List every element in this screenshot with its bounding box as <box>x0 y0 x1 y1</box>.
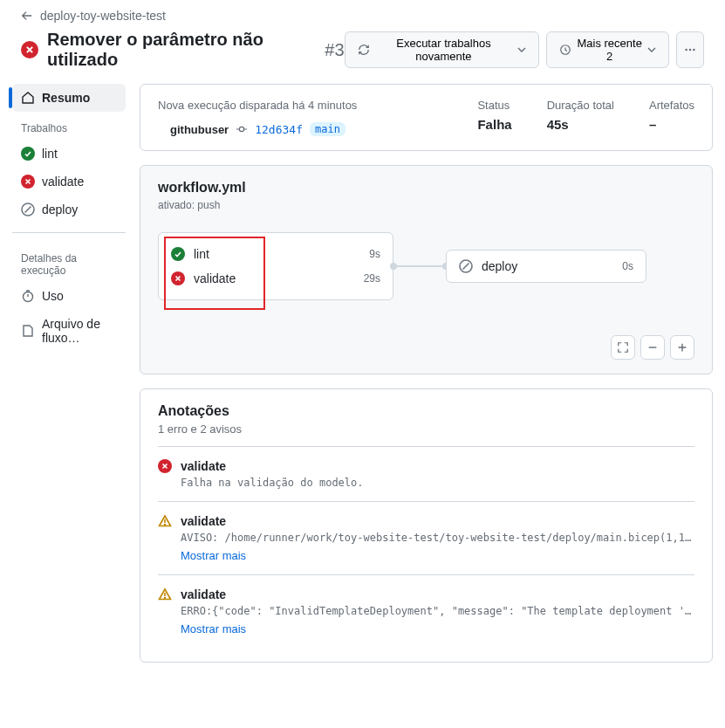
annotation-item: validate ERRO:{"code": "InvalidTemplateD… <box>158 574 694 648</box>
skip-icon <box>459 259 473 273</box>
sidebar-job-validate[interactable]: validate <box>12 168 126 196</box>
history-icon <box>559 44 571 56</box>
back-link[interactable]: deploy-toy-website-test <box>21 9 704 23</box>
connector <box>393 265 446 267</box>
warning-icon <box>158 514 172 528</box>
branch-badge[interactable]: main <box>310 122 345 136</box>
x-icon <box>21 175 35 189</box>
show-more-link[interactable]: Mostrar mais <box>181 622 694 635</box>
file-icon <box>21 324 35 338</box>
back-label: deploy-toy-website-test <box>40 9 166 23</box>
annotation-item: validate AVISO: /home/runner/work/toy-we… <box>158 501 694 574</box>
job-group-left: lint 9s validate 29s <box>158 232 393 300</box>
commit-hash[interactable]: 12d634f <box>255 123 303 136</box>
page-title: Remover o parâmetro não utilizado <box>47 30 316 70</box>
workflow-filename: workflow.yml <box>158 180 694 196</box>
chevron-down-icon <box>517 45 526 54</box>
job-validate[interactable]: validate 29s <box>171 266 380 291</box>
show-more-link[interactable]: Mostrar mais <box>181 549 694 562</box>
annotations-card: Anotações 1 erro e 2 avisos validate Fal… <box>140 388 713 663</box>
home-icon <box>21 91 35 105</box>
check-icon <box>21 147 35 161</box>
triggered-user[interactable]: githubuser <box>170 123 229 136</box>
fullscreen-button[interactable] <box>611 335 635 360</box>
svg-point-8 <box>689 49 691 51</box>
annotations-title: Anotações <box>158 403 694 419</box>
fullscreen-icon <box>617 341 629 354</box>
check-icon <box>171 247 185 261</box>
plus-icon <box>676 341 688 354</box>
workflow-card: workflow.yml ativado: push lint 9s <box>140 165 713 374</box>
sync-icon <box>358 44 370 56</box>
divider <box>12 232 126 233</box>
zoom-in-button[interactable] <box>670 335 694 360</box>
run-number: #3 <box>325 40 344 60</box>
commit-icon <box>236 123 248 135</box>
zoom-out-button[interactable] <box>640 335 665 360</box>
artifacts-value: – <box>649 117 694 132</box>
sidebar-job-deploy[interactable]: deploy <box>12 196 126 223</box>
sidebar-summary[interactable]: Resumo <box>12 84 126 112</box>
warning-icon <box>158 587 172 601</box>
status-value: Falha <box>477 117 511 132</box>
svg-point-11 <box>240 127 244 131</box>
job-deploy[interactable]: deploy 0s <box>446 250 646 283</box>
job-lint[interactable]: lint 9s <box>171 242 380 266</box>
sidebar-usage[interactable]: Uso <box>12 282 126 310</box>
svg-point-7 <box>685 49 687 51</box>
annotations-subtitle: 1 erro e 2 avisos <box>158 422 694 436</box>
workflow-trigger: ativado: push <box>158 199 694 211</box>
annotation-item: validate Falha na validação do modelo. <box>158 446 694 501</box>
triggered-label: Nova execução disparada há 4 minutos <box>158 99 442 112</box>
kebab-button[interactable] <box>676 31 704 68</box>
artifacts-label: Artefatos <box>649 99 694 112</box>
sidebar-workflow-file[interactable]: Arquivo de fluxo… <box>12 310 126 352</box>
minus-icon <box>646 341 659 354</box>
sidebar-job-lint[interactable]: lint <box>12 140 126 168</box>
fail-icon <box>21 41 38 58</box>
sidebar-details-heading: Detalhes da execução <box>12 242 126 282</box>
duration-value: 45s <box>547 117 614 132</box>
status-label: Status <box>477 99 511 112</box>
duration-label: Duração total <box>547 99 614 112</box>
stopwatch-icon <box>21 289 35 303</box>
kebab-icon <box>684 44 696 56</box>
arrow-left-icon <box>21 10 33 22</box>
sidebar-jobs-heading: Trabalhos <box>12 112 126 140</box>
skip-icon <box>21 203 35 216</box>
x-icon <box>171 271 185 285</box>
chevron-down-icon <box>647 45 656 54</box>
rerun-button[interactable]: Executar trabalhos novamente <box>345 31 540 68</box>
latest-button[interactable]: Mais recente 2 <box>546 31 669 68</box>
summary-card: Nova execução disparada há 4 minutos git… <box>140 84 713 151</box>
sidebar: Resumo Trabalhos lint validate deploy De… <box>12 84 126 676</box>
x-icon <box>158 459 172 473</box>
svg-point-9 <box>693 49 694 51</box>
